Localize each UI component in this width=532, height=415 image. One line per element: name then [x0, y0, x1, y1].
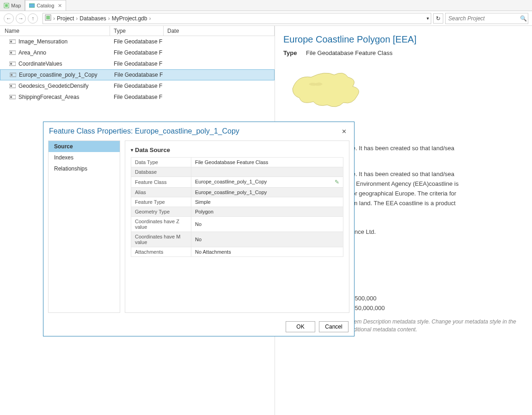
property-row: Coordinates have M valueNo [131, 232, 343, 247]
property-row: Geometry TypePolygon [131, 207, 343, 217]
property-key: Alias [131, 188, 191, 197]
svg-rect-1 [5, 4, 8, 7]
sidebar-item-source[interactable]: Source [49, 141, 120, 152]
property-value [191, 167, 343, 177]
search-input[interactable] [448, 15, 518, 22]
property-value: Europe_coastline_poly_1_Copy [191, 188, 343, 197]
row-type: File Geodatabase F [110, 49, 164, 56]
cancel-button[interactable]: Cancel [319, 321, 349, 332]
row-name: ShippingForecast_Areas [18, 94, 79, 100]
refresh-icon: ↻ [436, 15, 440, 22]
dialog-close-button[interactable]: ✕ [339, 128, 349, 135]
section-label: Data Source [135, 146, 170, 153]
thumbnail [283, 61, 376, 121]
feature-class-icon [9, 94, 16, 100]
dialog-content: ▾ Data Source Data TypeFile Geodatabase … [125, 140, 349, 313]
section-header[interactable]: ▾ Data Source [131, 146, 343, 153]
table-row[interactable]: Europe_coastline_poly_1_CopyFile Geodata… [0, 69, 275, 80]
breadcrumb[interactable]: › Project › Databases › MyProject.gdb › … [43, 13, 431, 24]
col-header-date[interactable]: Date [164, 26, 275, 36]
breadcrumb-item[interactable]: Databases [79, 15, 106, 22]
chevron-right-icon: › [149, 15, 151, 22]
row-name: Europe_coastline_poly_1_Copy [19, 72, 97, 78]
feature-class-icon [9, 83, 16, 89]
refresh-button[interactable]: ↻ [433, 13, 443, 24]
tab-map[interactable]: Map [0, 0, 25, 11]
feature-class-icon [9, 61, 16, 67]
svg-rect-6 [10, 41, 12, 43]
property-row: Database [131, 167, 343, 177]
ok-button[interactable]: OK [286, 321, 315, 332]
property-row: Coordinates have Z valueNo [131, 217, 343, 232]
dialog-body: Source Indexes Relationships ▾ Data Sour… [43, 140, 354, 317]
detail-title: Europe Coastline Polygon [EEA] [283, 34, 524, 45]
map-icon [4, 3, 9, 8]
property-value[interactable]: Europe_coastline_poly_1_Copy✎ [191, 177, 343, 188]
svg-rect-12 [11, 74, 12, 76]
chevron-down-icon[interactable]: ▾ [427, 16, 429, 21]
back-icon: ← [6, 15, 12, 22]
row-name: Area_Anno [18, 49, 46, 56]
forward-button[interactable]: → [16, 13, 26, 24]
row-type: File Geodatabase F [110, 61, 164, 67]
caret-down-icon: ▾ [131, 147, 133, 153]
tab-label: Map [11, 3, 21, 8]
tab-bar: Map Catalog ✕ [0, 0, 532, 11]
svg-rect-10 [10, 63, 12, 65]
dialog-title: Feature Class Properties: Europe_coastli… [49, 127, 239, 135]
table-row[interactable]: Area_AnnoFile Geodatabase F [0, 47, 275, 58]
property-value: No [191, 232, 343, 247]
property-key: Coordinates have Z value [131, 217, 191, 232]
edit-icon[interactable]: ✎ [335, 179, 339, 185]
table-row[interactable]: ShippingForecast_AreasFile Geodatabase F [0, 92, 275, 103]
type-label: Type [283, 49, 297, 56]
chevron-right-icon: › [76, 15, 78, 22]
svg-rect-14 [10, 85, 12, 87]
list-header: Name Type Date [0, 26, 275, 36]
up-icon: ↑ [31, 15, 34, 22]
dialog-footer: OK Cancel [43, 317, 354, 336]
col-header-type[interactable]: Type [110, 26, 164, 36]
sidebar-item-relationships[interactable]: Relationships [49, 163, 120, 174]
property-value: No [191, 217, 343, 232]
col-header-name[interactable]: Name [0, 26, 110, 36]
sidebar-item-indexes[interactable]: Indexes [49, 152, 120, 163]
back-button[interactable]: ← [4, 13, 14, 24]
property-value: No Attachments [191, 247, 343, 257]
breadcrumb-item[interactable]: MyProject.gdb [112, 15, 147, 22]
tab-catalog[interactable]: Catalog ✕ [25, 0, 66, 11]
search-icon[interactable]: 🔍 [520, 15, 527, 22]
property-row: AttachmentsNo Attachments [131, 247, 343, 257]
property-row: Feature TypeSimple [131, 197, 343, 207]
table-row[interactable]: Image_MensurationFile Geodatabase F [0, 36, 275, 47]
tab-label: Catalog [37, 3, 54, 8]
chevron-right-icon: › [53, 15, 55, 22]
table-row[interactable]: Geodesics_GeodeticDensifyFile Geodatabas… [0, 80, 275, 92]
feature-class-icon [9, 50, 16, 55]
property-key: Geometry Type [131, 207, 191, 217]
nav-bar: ← → ↑ › Project › Databases › MyProject.… [0, 11, 532, 26]
forward-icon: → [18, 15, 24, 22]
property-key: Feature Class [131, 177, 191, 188]
row-name: Image_Mensuration [18, 38, 67, 45]
chevron-right-icon: › [108, 15, 110, 22]
breadcrumb-item[interactable]: Project [57, 15, 74, 22]
dialog-sidebar: Source Indexes Relationships [48, 140, 120, 313]
feature-class-icon [10, 72, 16, 78]
property-value: Simple [191, 197, 343, 207]
row-type: File Geodatabase F [110, 83, 164, 89]
close-icon[interactable]: ✕ [58, 3, 62, 9]
property-row: Data TypeFile Geodatabase Feature Class [131, 158, 343, 167]
property-key: Database [131, 167, 191, 177]
feature-class-icon [9, 39, 16, 44]
property-value: File Geodatabase Feature Class [191, 158, 343, 167]
table-row[interactable]: CoordinateValuesFile Geodatabase F [0, 58, 275, 69]
property-key: Data Type [131, 158, 191, 167]
svg-rect-4 [46, 16, 50, 19]
search-box: 🔍 [445, 13, 528, 24]
list-body: Image_MensurationFile Geodatabase FArea_… [0, 36, 275, 103]
up-button[interactable]: ↑ [28, 13, 38, 24]
property-row: AliasEurope_coastline_poly_1_Copy [131, 188, 343, 197]
row-type: File Geodatabase F [110, 72, 164, 78]
properties-table: Data TypeFile Geodatabase Feature ClassD… [131, 157, 343, 257]
